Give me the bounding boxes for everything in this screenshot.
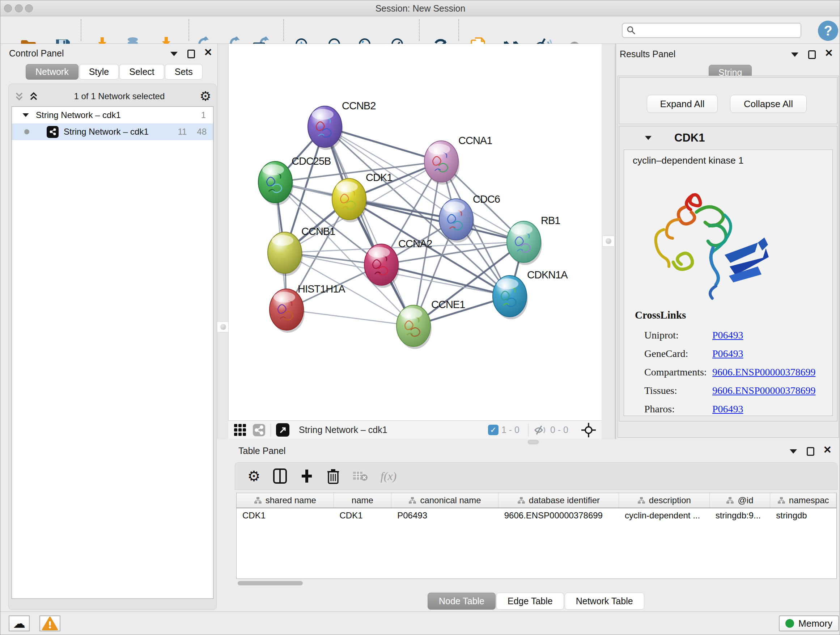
toolbar-separator	[283, 19, 284, 41]
right-splitter-handle[interactable]	[602, 236, 615, 247]
horizontal-splitter-handle[interactable]	[528, 440, 538, 444]
node-label: CDKN1A	[527, 269, 568, 280]
panel-close-icon[interactable]: ✕	[825, 49, 833, 57]
delete-column-trash-icon[interactable]	[326, 468, 340, 484]
crosslink-link[interactable]: 9606.ENSP00000378699	[712, 385, 815, 396]
panel-float-icon[interactable]	[807, 447, 814, 456]
panel-menu-icon[interactable]	[171, 52, 178, 56]
panel-float-icon[interactable]	[808, 50, 816, 59]
application-window: Session: New Session	[0, 0, 840, 635]
tab-network-table[interactable]: Network Table	[565, 593, 644, 610]
expand-all-button[interactable]: Expand All	[647, 95, 718, 113]
network-node-cdc6[interactable]: CDC6	[439, 193, 500, 242]
gene-name: CDK1	[674, 131, 705, 144]
collection-label: String Network – cdk1	[36, 110, 121, 120]
cloud-icon: ☁	[13, 616, 25, 631]
table-horizontal-scrollbar[interactable]	[236, 580, 837, 586]
network-node-hist1h1a[interactable]: HIST1H1A	[270, 283, 346, 333]
node-label: CCNB2	[342, 100, 376, 111]
right-splitter[interactable]	[602, 44, 616, 439]
gene-entry-header[interactable]: CDK1	[619, 126, 837, 149]
expand-all-icon[interactable]	[28, 91, 39, 102]
column-header-shared-name[interactable]: shared name	[237, 493, 334, 508]
tab-node-table[interactable]: Node Table	[428, 593, 496, 610]
network-options-gear-icon[interactable]: ⚙	[200, 90, 211, 103]
network-node-ccne1[interactable]: CCNE1	[396, 299, 465, 349]
column-header-database-identifier[interactable]: database identifier	[499, 493, 619, 508]
table-cell[interactable]: CDK1	[237, 508, 334, 523]
add-column-icon[interactable]	[300, 468, 314, 484]
collapse-all-icon[interactable]	[14, 91, 25, 102]
panel-menu-icon[interactable]	[791, 52, 798, 57]
collapse-all-button[interactable]: Collapse All	[730, 95, 807, 113]
network-canvas[interactable]: CCNB2CCNA1CDC25BCDK1CDC6RB1CCNB1CCNA2CDK…	[228, 44, 602, 420]
collection-expander-icon[interactable]	[23, 113, 29, 117]
help-icon[interactable]: ?	[818, 21, 838, 41]
crosslink-row: Pharos:P06493	[644, 400, 825, 416]
table-cell[interactable]: stringdb	[770, 508, 836, 523]
crosslink-link[interactable]: P06493	[712, 329, 744, 341]
panel-close-icon[interactable]: ✕	[823, 446, 832, 454]
crosslink-link[interactable]: P06493	[712, 348, 744, 359]
crosslink-label: GeneCard:	[644, 348, 712, 359]
left-splitter-handle[interactable]	[217, 321, 229, 333]
warnings-button[interactable]	[39, 616, 60, 631]
table-row[interactable]: CDK1CDK1P064939606.ENSP00000378699cyclin…	[237, 508, 836, 523]
tab-select[interactable]: Select	[119, 64, 164, 80]
panel-menu-icon[interactable]	[790, 449, 797, 454]
tab-style[interactable]: Style	[79, 64, 119, 80]
search-input[interactable]	[636, 24, 801, 36]
network-row[interactable]: String Network – cdk1 11 48	[12, 124, 213, 140]
entry-collapse-icon[interactable]	[645, 136, 652, 140]
selected-count-checkbox-icon[interactable]: ✓	[488, 424, 499, 435]
table-cell[interactable]: 9606.ENSP00000378699	[499, 508, 619, 523]
function-builder-icon[interactable]: f(x)	[381, 470, 396, 483]
open-in-new-window-icon[interactable]	[276, 423, 289, 437]
left-splitter[interactable]	[218, 44, 228, 439]
network-collection-row[interactable]: String Network – cdk1 1	[12, 107, 213, 124]
network-node-cdkn1a[interactable]: CDKN1A	[493, 269, 568, 319]
fit-selection-crosshair-icon[interactable]	[581, 422, 597, 438]
column-header--id[interactable]: @id	[710, 493, 771, 508]
main-toolbar: ?	[0, 16, 840, 44]
status-divider	[271, 424, 271, 437]
network-edge[interactable]	[325, 127, 414, 326]
network-node-rb1[interactable]: RB1	[507, 215, 560, 265]
toolbar-separator	[419, 19, 420, 41]
crosslinks-title: CrossLinks	[635, 309, 686, 321]
column-header-canonical-name[interactable]: canonical name	[392, 493, 498, 508]
node-label: CDK1	[366, 172, 392, 183]
memory-button[interactable]: Memory	[779, 616, 839, 631]
network-edge[interactable]	[286, 310, 414, 326]
table-cell[interactable]: P06493	[392, 508, 498, 523]
network-view-icon[interactable]	[253, 424, 265, 437]
grid-view-icon[interactable]	[234, 424, 246, 436]
collection-count: 1	[201, 110, 206, 120]
panel-close-icon[interactable]: ✕	[204, 48, 212, 57]
table-options-gear-icon[interactable]: ⚙	[248, 470, 261, 483]
delete-table-icon[interactable]	[352, 470, 368, 483]
results-buttons-box: Expand All Collapse All	[619, 77, 837, 124]
network-selection-summary: 1 of 1 Network selected	[39, 91, 200, 101]
title-bar: Session: New Session	[0, 0, 840, 16]
panel-float-icon[interactable]	[187, 50, 195, 58]
cloud-status-button[interactable]: ☁	[9, 616, 30, 631]
network-view-title: String Network – cdk1	[299, 424, 488, 435]
node-label: CDC6	[473, 193, 500, 205]
crosslink-link[interactable]: 9606.ENSP00000378699	[712, 366, 815, 378]
network-node-cdk1[interactable]: CDK1	[332, 172, 392, 222]
hidden-counts: 0 - 0	[550, 424, 568, 435]
hidden-count-eye-icon[interactable]	[534, 424, 547, 435]
column-header-name[interactable]: name	[334, 493, 392, 508]
tab-network[interactable]: Network	[26, 64, 79, 80]
table-cell[interactable]: stringdb:9...	[710, 508, 771, 523]
show-columns-icon[interactable]	[273, 468, 287, 484]
tab-sets[interactable]: Sets	[165, 64, 202, 80]
column-header-description[interactable]: description	[619, 493, 710, 508]
table-cell[interactable]: cyclin-dependent ...	[619, 508, 710, 523]
tab-edge-table[interactable]: Edge Table	[496, 593, 564, 610]
crosslink-link[interactable]: P06493	[712, 403, 744, 415]
table-cell[interactable]: CDK1	[334, 508, 392, 523]
column-header-namespac[interactable]: namespac	[770, 493, 836, 508]
scrollbar-thumb[interactable]	[238, 581, 303, 585]
